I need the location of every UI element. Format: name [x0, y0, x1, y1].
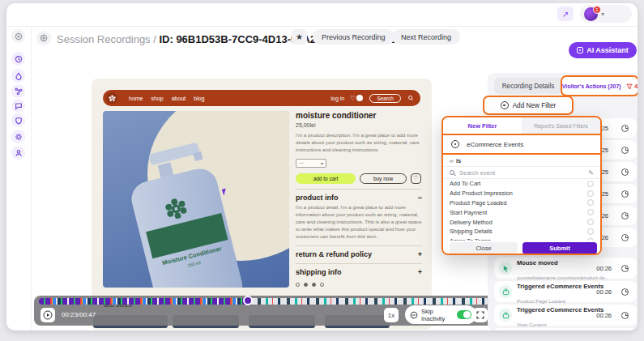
action-row-ecommerce-event[interactable]: Triggered eCommerce EventsProduct Page L… — [494, 281, 637, 302]
social-icon[interactable] — [296, 283, 300, 287]
submit-button[interactable]: Submit — [522, 242, 597, 254]
event-option[interactable]: Delivery Method — [443, 217, 600, 227]
expand-icon: + — [418, 250, 422, 258]
radio-unchecked-icon[interactable] — [587, 228, 594, 235]
player-control-bar: Best Sellers 00:23/00:47 1x Skip Inactiv… — [34, 296, 494, 326]
sidebar-item-funnels[interactable] — [11, 84, 25, 98]
clock-icon — [621, 190, 629, 198]
quantity-dropdown[interactable]: —▾ — [296, 159, 326, 168]
radio-unchecked-icon[interactable] — [587, 190, 594, 197]
website-nav-about[interactable]: about — [172, 96, 186, 101]
return-refund-title: return & refund policy — [296, 250, 372, 258]
tab-visitors-actions[interactable]: Visitor's Actions (207) - 4 — [561, 75, 638, 96]
action-row-partial[interactable]: Mouse moved — [494, 328, 637, 330]
avatar[interactable]: 1 — [584, 7, 598, 21]
add-to-cart-button[interactable]: add to cart — [296, 173, 356, 184]
divider — [296, 263, 422, 264]
website-nav-home[interactable]: home — [129, 96, 143, 101]
popup-tab-saved-filters[interactable]: Report's Saved Filters — [522, 117, 600, 134]
share-button[interactable]: ↗ — [557, 6, 574, 21]
divider — [296, 189, 422, 190]
popup-tab-new-filter[interactable]: New Filter — [443, 117, 522, 134]
playback-speed-button[interactable]: 1x — [384, 308, 399, 322]
dashboard-clock-icon — [15, 52, 23, 66]
social-icon[interactable] — [304, 283, 308, 287]
tab-recording-details[interactable]: Recording Details — [494, 78, 562, 94]
event-option[interactable]: Product Page Loaded — [443, 198, 600, 208]
nodes-icon — [15, 84, 23, 99]
sidebar-item-privacy[interactable] — [11, 113, 25, 127]
pencil-icon[interactable]: ✎ — [588, 169, 594, 177]
event-option[interactable]: Start Payment — [443, 207, 600, 217]
wishlist-button[interactable]: ♡ — [411, 173, 421, 184]
clock-icon — [621, 147, 629, 154]
sidebar-item-back[interactable] — [11, 29, 25, 43]
play-button[interactable] — [41, 308, 55, 322]
bottle-spout-graphic — [193, 151, 203, 161]
add-new-filter-button[interactable]: Add New Filter — [483, 96, 574, 115]
wishlist-heart-icon[interactable]: ♡ — [350, 95, 356, 102]
shipping-info-accordion[interactable]: shipping info + — [296, 268, 422, 276]
radio-unchecked-icon[interactable] — [587, 219, 594, 225]
user-icon — [15, 146, 23, 160]
operator-row[interactable]: ⇄ is — [443, 155, 600, 166]
skip-inactivity-control[interactable]: Skip Inactivity — [405, 305, 476, 324]
social-icon[interactable] — [320, 283, 324, 287]
filter-type-selector[interactable]: eCommerce Events — [443, 134, 600, 155]
playhead-handle[interactable] — [243, 296, 253, 305]
action-time: 00:26 — [596, 312, 612, 319]
event-option[interactable]: Add Product Impression — [443, 189, 600, 198]
action-row-mouse-moved[interactable]: Mouse movedyourwebsitename.com/store/pro… — [494, 258, 637, 279]
ai-assistant-button[interactable]: AI Assistant — [569, 42, 637, 58]
social-icon[interactable] — [312, 283, 316, 287]
website-search-button[interactable]: Search — [369, 94, 401, 103]
chat-bubble-icon — [15, 99, 23, 113]
sidebar-item-heatmaps[interactable] — [11, 69, 25, 83]
user-menu[interactable]: 1 ▾ — [580, 5, 632, 23]
buy-now-button[interactable]: buy now — [360, 173, 407, 184]
close-button[interactable]: Close — [450, 242, 518, 254]
previous-recording-button[interactable]: Previous Recording — [313, 29, 395, 45]
radio-unchecked-icon[interactable] — [587, 199, 594, 206]
chevron-down-icon: ▾ — [601, 11, 604, 18]
skip-inactivity-toggle[interactable] — [457, 310, 471, 319]
website-nav-blog[interactable]: blog — [194, 96, 204, 101]
action-row-ecommerce-event[interactable]: Triggered eCommerce EventsView Content 0… — [494, 305, 637, 326]
event-options-list: Add To Cart Add Product Impression Produ… — [443, 179, 600, 241]
sidebar-item-profile[interactable] — [11, 146, 25, 160]
sidebar-item-settings[interactable] — [11, 130, 25, 143]
product-image: Moisture Conditioner 250 ml — [103, 111, 289, 288]
radio-unchecked-icon[interactable] — [587, 181, 594, 187]
visitors-actions-label: Visitor's Actions (207) — [562, 83, 621, 89]
timeline-scrubber[interactable] — [39, 298, 489, 305]
event-option-label: Shipping Details — [450, 228, 493, 235]
action-time: 00:26 — [596, 288, 612, 296]
event-option[interactable]: Shipping Details — [443, 227, 600, 237]
shield-icon — [15, 113, 23, 128]
sidebar-item-dashboard[interactable] — [11, 52, 25, 66]
shopping-bag-icon — [499, 285, 512, 298]
event-option[interactable]: Add To Cart — [443, 179, 600, 189]
website-search-icon[interactable] — [407, 95, 414, 102]
website-login-link[interactable]: log in — [331, 96, 344, 101]
search-icon — [450, 170, 454, 175]
ai-chat-icon — [577, 47, 583, 53]
bottle-pump-graphic — [148, 143, 200, 166]
cart-count-badge[interactable] — [356, 95, 363, 101]
back-icon — [40, 31, 48, 45]
product-info-accordion[interactable]: product info − — [296, 194, 422, 202]
back-button[interactable] — [36, 31, 51, 45]
search-event-input[interactable] — [459, 169, 583, 177]
fullscreen-button[interactable] — [473, 308, 488, 322]
caret-down-icon: ▾ — [321, 160, 323, 166]
product-title: moisture conditioner — [296, 111, 422, 120]
radio-unchecked-icon[interactable] — [587, 209, 594, 215]
event-option-label: Product Page Loaded — [450, 199, 507, 207]
favorite-button[interactable]: ★ — [292, 29, 307, 45]
play-icon — [43, 310, 53, 320]
next-recording-button[interactable]: Next Recording — [392, 29, 460, 45]
popup-footer: Close Submit — [443, 241, 600, 255]
return-refund-accordion[interactable]: return & refund policy + — [296, 250, 422, 258]
website-nav-shop[interactable]: shop — [151, 96, 164, 101]
sidebar-item-feedback[interactable] — [11, 99, 25, 113]
